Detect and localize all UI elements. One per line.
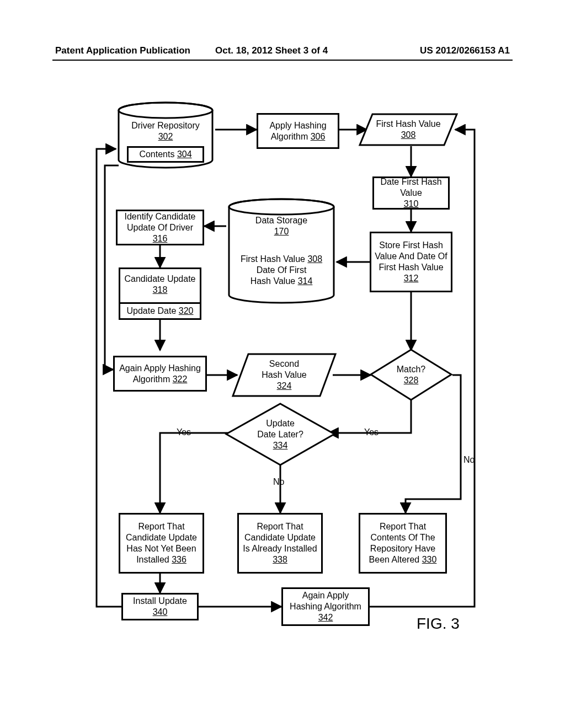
t: Install Update 340 — [126, 596, 194, 618]
r: 322 — [173, 374, 188, 384]
header-right: US 2012/0266153 A1 — [420, 45, 510, 56]
t: Report That Contents Of The Repository H… — [364, 521, 442, 565]
tt: Again Apply Hashing Algorithm — [119, 363, 201, 384]
apply-hashing-306: Apply Hashing Algorithm 306 — [257, 113, 339, 149]
report-notyet-336: Report That Candidate Update Has Not Yet… — [119, 513, 204, 574]
header-mid: Oct. 18, 2012 Sheet 3 of 4 — [215, 45, 328, 56]
figure-label: FIG. 3 — [417, 615, 460, 633]
install-update-340: Install Update 340 — [121, 593, 199, 620]
update-date-320: Update Date 320 — [119, 302, 201, 320]
svg-marker-6 — [371, 350, 451, 400]
text: Apply Hashing Algorithm 306 — [262, 120, 334, 142]
r: 320 — [179, 306, 194, 315]
header-rule — [52, 60, 513, 61]
r: 304 — [177, 149, 192, 159]
update-later-diamond — [225, 403, 335, 466]
tt: Update Date — [127, 306, 177, 315]
report-altered-330: Report That Contents Of The Repository H… — [359, 513, 447, 574]
edge-label-yes-left: Yes — [177, 427, 191, 437]
identify-candidate-316: Identify Candidate Update Of Driver 316 — [116, 210, 204, 245]
tt: Identify Candidate Update Of Driver — [125, 212, 196, 232]
r: 338 — [273, 554, 287, 565]
r: 310 — [404, 199, 419, 210]
r: 306 — [311, 132, 326, 141]
r: 318 — [153, 285, 168, 296]
r: 340 — [153, 607, 168, 617]
t: Update Date 320 — [127, 306, 194, 317]
flowchart: Driver Repository 302 Contents 304 Apply… — [97, 102, 477, 643]
second-hash-parallelogram — [232, 353, 337, 397]
t: Report That Candidate Update Is Already … — [242, 521, 318, 554]
again-apply-322: Again Apply Hashing Algorithm 322 — [113, 356, 207, 392]
data-storage-cylinder — [226, 199, 337, 303]
svg-marker-2 — [360, 114, 457, 145]
tt: Install Update — [133, 596, 187, 606]
r: 312 — [404, 273, 419, 284]
header-left: Patent Application Publication — [55, 45, 190, 56]
r: 342 — [318, 612, 333, 623]
t: Identify Candidate Update Of Driver 316 — [121, 211, 199, 244]
t: Report That Candidate Update Has Not Yet… — [124, 521, 199, 565]
t: Candidate Update — [125, 274, 196, 285]
match-diamond — [370, 349, 452, 401]
t: Contents — [139, 149, 174, 159]
svg-marker-7 — [226, 404, 334, 465]
contents-box: Contents 304 — [127, 146, 204, 163]
t: Again Apply Hashing Algorithm 322 — [118, 363, 202, 385]
page: Patent Application Publication Oct. 18, … — [0, 0, 565, 728]
date-first-hash-310: Date First Hash Value 310 — [372, 176, 450, 210]
r: 336 — [172, 555, 186, 564]
store-first-hash-312: Store First Hash Value And Date Of First… — [370, 232, 452, 292]
edge-label-yes-right: Yes — [364, 427, 379, 437]
r: 330 — [422, 555, 437, 564]
svg-marker-5 — [233, 354, 335, 396]
first-hash-parallelogram — [359, 113, 458, 146]
t: Store First Hash Value And Date Of First… — [375, 240, 447, 273]
r: 316 — [153, 234, 168, 243]
text: Contents 304 — [139, 149, 191, 160]
t: Again Apply Hashing Algorithm — [286, 590, 365, 612]
report-already-338: Report That Candidate Update Is Already … — [237, 513, 323, 574]
edge-label-no-bottom: No — [273, 477, 284, 487]
t: Date First Hash Value — [377, 176, 445, 199]
again-apply-342: Again Apply Hashing Algorithm 342 — [281, 587, 370, 626]
edge-label-no-right: No — [463, 455, 475, 465]
